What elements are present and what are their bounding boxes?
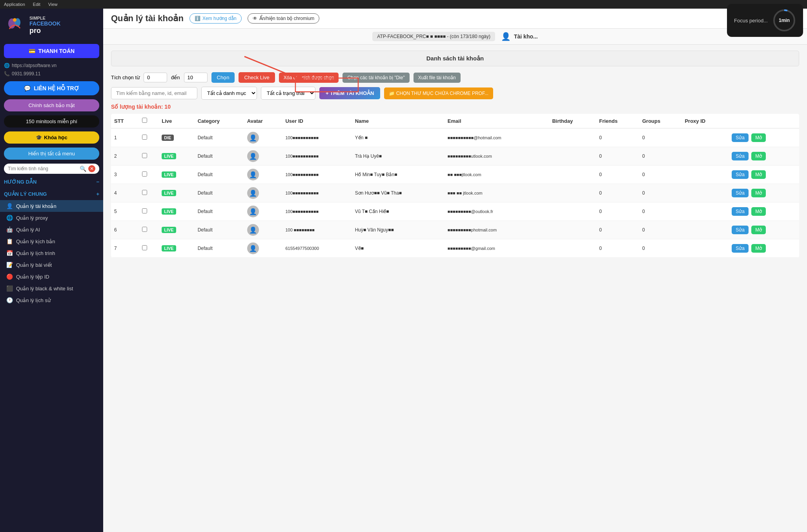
trang-thai-select[interactable]: Tất cả trạng thái [261,87,315,100]
blackwhite-icon: ⬛ [6,285,13,292]
sua-button[interactable]: Sửa [732,207,749,216]
row-checkbox[interactable] [142,153,147,158]
sidebar-item-quan-ly-tai-khoan[interactable]: 👤 Quản lý tài khoản [0,200,103,212]
feature-search-button[interactable]: 🔍 [80,166,86,172]
mo-button[interactable]: Mở [751,133,766,142]
mo-button[interactable]: Mở [751,207,766,216]
app-menu-application[interactable]: Application [4,2,25,7]
nav-item-label: Quản lý lịch trình [16,250,55,256]
cell-avatar: 👤 [244,147,282,166]
quan-ly-chung-section-header[interactable]: QUẢN LÝ CHUNG + [0,188,103,200]
nav-item-label: Quản lý black & white list [16,286,73,292]
cell-actions: Sửa Mở [729,221,799,239]
nav-item-label: Quản lý tệp ID [16,274,49,280]
sua-button[interactable]: Sửa [732,189,749,197]
chon-die-button[interactable]: Chọn các tài khoản bị "Die" [342,73,409,83]
cell-friends: 0 [596,147,639,166]
app-bar: Application Edit View [0,0,807,9]
xoa-nick-button[interactable]: Xóa các nick được chọn [279,73,339,83]
cell-live: LIVE [158,166,194,184]
table-row: 1 DIE Default 👤 100■■■■■■■■■■ Yến ■ ■■■■… [111,128,799,147]
th-checkbox [139,114,159,128]
cell-category: Default [195,239,244,258]
from-input[interactable] [144,73,167,82]
cell-actions: Sửa Mở [729,147,799,166]
sidebar-item-quan-ly-kich-ban[interactable]: 📋 Quản lý kịch bản [0,235,103,247]
website-link[interactable]: 🌐 https://atpsoftware.vn [4,62,99,69]
filter-bar: Tích chọn từ đến Chọn Check Live Xóa các… [111,72,799,83]
huong-dan-section-header[interactable]: HƯỚNG DẪN − [0,176,103,188]
row-checkbox[interactable] [142,245,147,250]
sua-button[interactable]: Sửa [732,133,749,142]
xuat-file-button[interactable]: Xuất file tài khoản [414,73,461,83]
lien-he-button[interactable]: 💬 LIÊN HỆ HỖ TRỢ [4,81,99,95]
cell-checkbox[interactable] [139,128,159,147]
table-row: 2 LIVE Default 👤 100■■■■■■■■■■ Trà Hạ Uy… [111,147,799,166]
feature-search-input[interactable] [8,166,78,171]
cell-groups: 0 [639,147,681,166]
nav-item-label: Quản lý lịch sử [16,297,51,303]
cell-userid: 100■■■■■■■■■■ [282,202,352,221]
minitools-button[interactable]: 150 minitools miễn phí [4,115,99,128]
phone-link[interactable]: 📞 0931.9999.11 [4,70,99,77]
to-input[interactable] [184,73,208,82]
chon-button[interactable]: Chọn [211,72,235,83]
cell-checkbox[interactable] [139,239,159,258]
cell-checkbox[interactable] [139,202,159,221]
thanh-toan-button[interactable]: 💳 THANH TOÁN [4,44,99,58]
mo-button[interactable]: Mở [751,152,766,160]
cell-checkbox[interactable] [139,221,159,239]
account-search-input[interactable] [111,87,197,99]
app-menu-edit[interactable]: Edit [33,2,40,7]
row-checkbox[interactable] [142,190,147,195]
cell-email: ■■■■■■■■■@gmail.com [444,239,549,258]
sidebar-item-quan-ly-black-white[interactable]: ⬛ Quản lý black & white list [0,282,103,294]
cell-groups: 0 [639,166,681,184]
cell-avatar: 👤 [244,184,282,202]
cell-live: LIVE [158,221,194,239]
mo-button[interactable]: Mở [751,226,766,234]
history-icon: 🕐 [6,297,13,303]
sua-button[interactable]: Sửa [732,152,749,160]
th-actions [729,114,799,128]
page-title: Quản lý tài khoản [111,13,184,24]
mo-button[interactable]: Mở [751,244,766,253]
danh-muc-select[interactable]: Tất cả danh mục [201,87,257,100]
check-live-button[interactable]: Check Live [239,72,275,83]
row-checkbox[interactable] [142,227,147,232]
sidebar-item-quan-ly-lich-trinh[interactable]: 📅 Quản lý lịch trình [0,247,103,259]
sidebar-item-quan-ly-tep-id[interactable]: 🔴 Quản lý tệp ID [0,271,103,282]
row-checkbox[interactable] [142,135,147,140]
hien-thi-button[interactable]: Hiến thị tất cả menu [4,148,99,160]
sua-button[interactable]: Sửa [732,244,749,253]
sua-button[interactable]: Sửa [732,226,749,234]
row-checkbox[interactable] [142,171,147,177]
cell-checkbox[interactable] [139,166,159,184]
khoa-hoc-button[interactable]: 🎓 Khóa học [4,131,99,144]
chinh-sach-button[interactable]: Chính sách bảo mật [4,99,99,111]
cell-avatar: 👤 [244,166,282,184]
select-all-checkbox[interactable] [142,118,147,123]
them-tai-khoan-button[interactable]: + THÊM TÀI KHOẢN [319,87,380,99]
chon-thu-muc-button[interactable]: 📁 CHỌN THƯ MỤC CHỨA CHROME PROF... [384,87,493,99]
th-avatar: Avatar [244,114,282,128]
sidebar-item-quan-ly-proxy[interactable]: 🌐 Quản lý proxy [0,212,103,224]
app-menu-view[interactable]: View [48,2,58,7]
cell-checkbox[interactable] [139,147,159,166]
live-badge: LIVE [162,245,176,251]
nav-item-label: Quản lý kịch bản [16,239,55,244]
live-badge: LIVE [162,171,176,178]
sidebar-item-quan-ly-ai[interactable]: 🤖 Quản lý AI [0,224,103,235]
an-hien-button[interactable]: 👁 Ẩn/hiện toàn bộ chromium [248,13,320,24]
huong-dan-button[interactable]: ℹ️ Xem hướng dẫn [189,13,242,24]
logo-pro: pro [29,27,60,35]
feature-search-clear-button[interactable]: ✕ [88,165,95,172]
sidebar-item-quan-ly-lich-su[interactable]: 🕐 Quản lý lịch sử [0,294,103,306]
mo-button[interactable]: Mở [751,170,766,179]
sidebar-item-quan-ly-bai-viet[interactable]: 📝 Quản lý bài viết [0,259,103,271]
mo-button[interactable]: Mở [751,189,766,197]
sua-button[interactable]: Sửa [732,170,749,179]
account-avatar-icon: 👤 [501,32,511,41]
cell-checkbox[interactable] [139,184,159,202]
row-checkbox[interactable] [142,208,147,213]
